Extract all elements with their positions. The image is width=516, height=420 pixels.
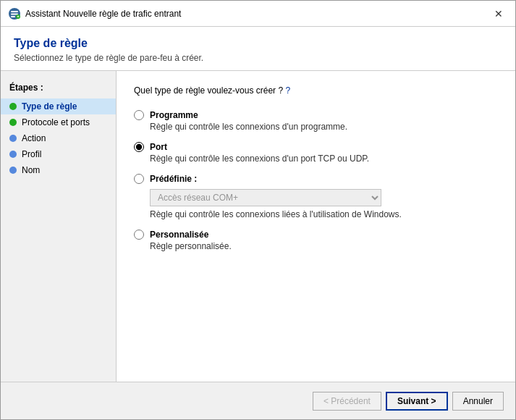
app-icon [8,7,21,20]
sidebar-label: Étapes : [1,83,116,98]
sidebar-item-protocole-et-ports[interactable]: Protocole et ports [1,114,116,130]
sidebar-item-label-2: Protocole et ports [22,117,90,127]
sidebar-item-label-5: Nom [22,165,40,175]
title-bar-left: Assistant Nouvelle règle de trafic entra… [8,7,181,20]
content-question: Quel type de règle voulez-vous créer ? ? [134,85,498,96]
predefinie-select-row: Accès réseau COM+ [150,189,498,206]
next-button[interactable]: Suivant > [386,392,448,411]
radio-desc-personnalisee: Règle personnalisée. [150,241,498,251]
page-subtitle: Sélectionnez le type de règle de pare-fe… [14,53,502,63]
content-area: Quel type de règle voulez-vous créer ? ?… [117,71,515,382]
sidebar-item-label-3: Action [22,133,46,143]
sidebar-item-action[interactable]: Action [1,130,116,146]
radio-label-personnalisee[interactable]: Personnalisée [150,230,208,240]
radio-personnalisee[interactable] [134,230,144,240]
sidebar-item-type-de-regle[interactable]: Type de règle [1,98,116,114]
sidebar-item-label-4: Profil [22,149,41,159]
page-title: Type de règle [14,37,502,50]
radio-desc-programme: Règle qui contrôle les connexions d'un p… [150,122,498,132]
radio-port[interactable] [134,142,144,152]
sidebar-item-profil[interactable]: Profil [1,146,116,162]
sidebar-item-label-1: Type de règle [22,101,77,112]
radio-desc-predefinie: Règle qui contrôle les connexions liées … [150,209,498,219]
close-button[interactable]: ✕ [489,6,508,22]
title-bar: Assistant Nouvelle règle de trafic entra… [1,1,515,27]
svg-rect-6 [17,16,20,17]
radio-label-port[interactable]: Port [150,142,167,152]
svg-rect-1 [11,11,18,12]
title-text: Assistant Nouvelle règle de trafic entra… [25,9,181,19]
radio-desc-port: Règle qui contrôle les connexions d'un p… [150,154,498,164]
radio-row-port: Port [134,142,498,152]
radio-item-programme: Programme Règle qui contrôle les connexi… [134,110,498,132]
svg-rect-2 [11,13,18,14]
radio-row-personnalisee: Personnalisée [134,230,498,240]
previous-button[interactable]: < Précédent [313,392,381,411]
predefinie-select: Accès réseau COM+ [150,189,381,206]
radio-group: Programme Règle qui contrôle les connexi… [134,110,498,251]
radio-programme[interactable] [134,110,144,120]
dialog-window: Assistant Nouvelle règle de trafic entra… [0,0,516,420]
radio-label-predefinie[interactable]: Prédéfinie : [150,174,197,184]
step-dot-2 [9,119,17,126]
radio-predefinie[interactable] [134,174,144,184]
radio-row-predefinie: Prédéfinie : [134,174,498,184]
svg-rect-3 [11,16,15,17]
radio-item-port: Port Règle qui contrôle les connexions d… [134,142,498,164]
sidebar-item-nom[interactable]: Nom [1,162,116,178]
radio-item-predefinie: Prédéfinie : Accès réseau COM+ Règle qui… [134,174,498,219]
step-dot-1 [9,103,17,110]
step-dot-4 [9,151,17,158]
radio-row-programme: Programme [134,110,498,120]
dialog-body: Étapes : Type de règle Protocole et port… [1,71,515,382]
radio-label-programme[interactable]: Programme [150,110,198,120]
dialog-footer: < Précédent Suivant > Annuler [1,382,515,419]
step-dot-5 [9,167,17,174]
help-link[interactable]: ? [285,85,290,96]
step-dot-3 [9,135,17,142]
dialog-header: Type de règle Sélectionnez le type de rè… [1,27,515,71]
radio-item-personnalisee: Personnalisée Règle personnalisée. [134,230,498,251]
sidebar: Étapes : Type de règle Protocole et port… [1,71,117,382]
cancel-button[interactable]: Annuler [452,392,504,411]
